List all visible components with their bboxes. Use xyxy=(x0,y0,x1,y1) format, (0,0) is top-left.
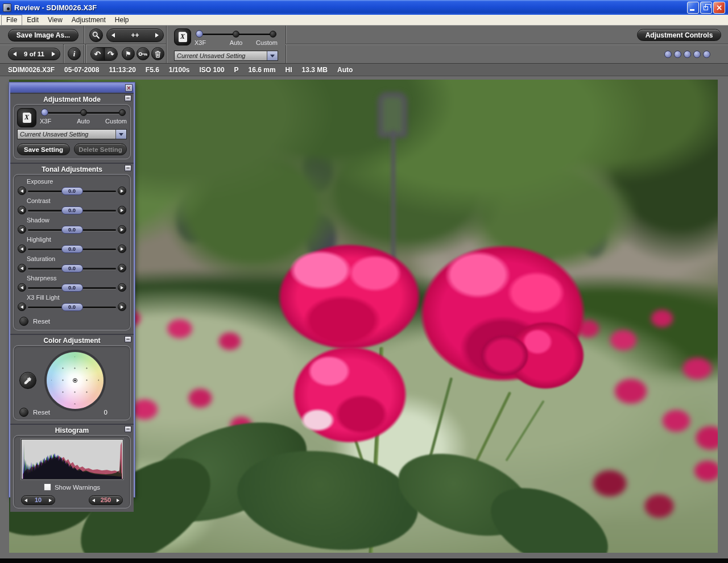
rotate-left-button[interactable]: ↶ xyxy=(91,48,104,60)
rotate-right-icon: ↷ xyxy=(107,50,114,58)
mode-stop-custom[interactable] xyxy=(270,31,276,38)
slider-track[interactable]: 0.0 xyxy=(28,249,116,250)
zoom-in-button[interactable] xyxy=(151,29,163,42)
delete-image-button[interactable] xyxy=(151,47,164,60)
eyedropper-button[interactable] xyxy=(19,372,36,389)
minimize-button[interactable] xyxy=(687,2,699,14)
panel-dot-button[interactable] xyxy=(664,51,672,58)
zoom-out-button[interactable] xyxy=(107,29,119,42)
slider-decrease-button[interactable] xyxy=(18,206,26,214)
setting-dropdown-button[interactable] xyxy=(115,130,126,139)
slider-knob[interactable]: 0.0 xyxy=(61,187,83,195)
slider-track[interactable]: 0.0 xyxy=(28,210,116,212)
slider-increase-button[interactable] xyxy=(118,206,126,214)
slider-knob[interactable]: 0.0 xyxy=(61,264,83,272)
panel-toggle-dots xyxy=(664,51,710,58)
x3f-mode-button[interactable]: X xyxy=(174,28,191,45)
slider-track[interactable]: 0.0 xyxy=(28,191,116,192)
left-arrow-icon xyxy=(13,52,16,56)
color-reset-button[interactable] xyxy=(19,408,28,417)
x3f-icon: X xyxy=(23,113,31,123)
slider-decrease-button[interactable] xyxy=(18,303,26,311)
x3f-mode-button[interactable]: X xyxy=(17,108,36,127)
slider-increase-button[interactable] xyxy=(118,283,126,292)
slider-track[interactable]: 0.0 xyxy=(28,229,116,231)
panel-dot-button[interactable] xyxy=(693,51,701,58)
menu-view[interactable]: View xyxy=(43,15,67,25)
increase-button[interactable] xyxy=(114,496,122,504)
slider-decrease-button[interactable] xyxy=(18,187,26,195)
color-wheel[interactable] xyxy=(47,352,104,409)
slider-knob[interactable]: 0.0 xyxy=(61,226,83,234)
close-button[interactable]: × xyxy=(713,2,725,14)
menu-adjustment[interactable]: Adjustment xyxy=(67,15,110,25)
info-file-size: 13.3 MB xyxy=(302,66,328,74)
slider-increase-button[interactable] xyxy=(118,303,126,311)
tonal-reset-button[interactable] xyxy=(19,317,28,326)
content-area: × Adjustment Mode − X xyxy=(0,76,728,563)
slider-increase-button[interactable] xyxy=(118,245,126,253)
slider-decrease-button[interactable] xyxy=(18,245,26,253)
info-white-balance: Auto xyxy=(337,66,353,74)
mode-stop-auto[interactable] xyxy=(80,109,87,116)
mode-stop-x3f[interactable] xyxy=(196,30,203,38)
setting-dropdown[interactable]: Current Unsaved Setting xyxy=(174,51,278,61)
slider-knob[interactable]: 0.0 xyxy=(61,303,83,311)
setting-dropdown-button[interactable] xyxy=(267,51,278,60)
histogram-curves xyxy=(22,440,123,479)
slider-track[interactable]: 0.0 xyxy=(28,287,116,289)
collapse-section-button[interactable]: − xyxy=(125,336,131,342)
mode-stop-custom[interactable] xyxy=(119,109,126,116)
zoom-tool-button[interactable] xyxy=(89,28,103,42)
slider-contrast: Contrast 0.0 xyxy=(17,197,127,217)
mode-stop-x3f[interactable] xyxy=(41,109,48,116)
slider-decrease-button[interactable] xyxy=(18,283,26,292)
previous-image-button[interactable] xyxy=(9,48,21,60)
decrease-button[interactable] xyxy=(89,496,98,504)
collapse-section-button[interactable]: − xyxy=(125,165,131,171)
slider-increase-button[interactable] xyxy=(118,225,126,234)
menu-help[interactable]: Help xyxy=(110,15,134,25)
flag-image-button[interactable]: ⚑ xyxy=(122,47,135,60)
rotate-right-button[interactable]: ↷ xyxy=(104,48,118,60)
panel-dot-button[interactable] xyxy=(674,51,681,58)
panel-title-bar[interactable]: × xyxy=(10,84,134,93)
panel-dot-button[interactable] xyxy=(684,51,691,58)
slider-knob[interactable]: 0.0 xyxy=(61,245,83,253)
increase-button[interactable] xyxy=(46,496,55,504)
decrease-button[interactable] xyxy=(22,496,30,504)
slider-track[interactable]: 0.0 xyxy=(28,307,116,308)
setting-dropdown[interactable]: Current Unsaved Setting xyxy=(17,129,127,139)
info-focal-length: 16.6 mm xyxy=(249,66,276,74)
highlight-warning-stepper: 250 xyxy=(89,495,123,505)
panel-close-button[interactable]: × xyxy=(125,84,133,92)
slider-knob[interactable]: 0.0 xyxy=(61,206,83,214)
slider-increase-button[interactable] xyxy=(118,264,126,272)
slider-track[interactable]: 0.0 xyxy=(28,268,116,270)
window-bottom-edge xyxy=(0,558,728,563)
menu-file[interactable]: File xyxy=(1,15,22,26)
info-shutter: 1/100s xyxy=(169,66,190,74)
slider-decrease-button[interactable] xyxy=(18,225,26,234)
image-info-button[interactable]: i xyxy=(68,47,81,60)
adjustment-panel: × Adjustment Mode − X xyxy=(9,82,135,497)
lock-image-button[interactable] xyxy=(136,47,150,60)
chevron-down-icon xyxy=(270,55,275,57)
slider-knob[interactable]: 0.0 xyxy=(61,284,83,292)
setting-dropdown-value: Current Unsaved Setting xyxy=(175,51,267,60)
adjustment-controls-button[interactable]: Adjustment Controls xyxy=(637,29,721,41)
menu-edit[interactable]: Edit xyxy=(22,15,43,25)
info-filename: SDIM0026.X3F xyxy=(8,66,55,74)
next-image-button[interactable] xyxy=(47,48,60,60)
slider-increase-button[interactable] xyxy=(118,187,126,195)
panel-dot-button[interactable] xyxy=(703,51,710,58)
color-wheel-marker[interactable] xyxy=(73,378,77,383)
save-image-as-button[interactable]: Save Image As... xyxy=(8,29,78,42)
restore-button[interactable] xyxy=(700,2,712,14)
mode-stop-auto[interactable] xyxy=(233,31,239,38)
save-setting-button[interactable]: Save Setting xyxy=(17,143,70,155)
show-warnings-checkbox[interactable] xyxy=(44,483,51,491)
collapse-section-button[interactable]: − xyxy=(125,426,131,432)
collapse-section-button[interactable]: − xyxy=(125,95,131,101)
slider-decrease-button[interactable] xyxy=(18,264,26,272)
